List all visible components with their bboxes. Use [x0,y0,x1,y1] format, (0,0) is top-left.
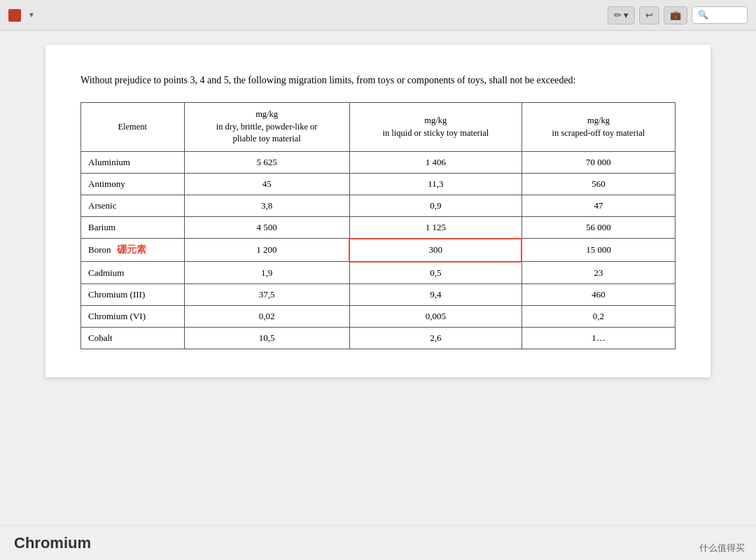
cell-liquid-6: 9,4 [349,284,522,305]
cell-dry-1: 45 [184,173,349,195]
table-header-row: Element mg/kgin dry, brittle, powder-lik… [81,103,676,152]
cell-dry-3: 4 500 [184,216,349,239]
dropdown-icon: ▾ [624,10,629,21]
cell-liquid-3: 1 125 [349,216,522,239]
cell-dry-5: 1,9 [184,262,349,284]
chromium-label: Chromium [14,534,91,552]
cell-dry-6: 37,5 [184,284,349,305]
briefcase-icon: 💼 [670,10,681,21]
watermark: 什么值得买 [699,542,745,554]
cell-element-7: Chromium (VI) [81,305,185,327]
cell-element-1: Antimony [81,173,185,195]
pdf-file-icon [8,9,21,22]
paragraph-text: Without prejudice to points 3, 4 and 5, … [80,75,576,85]
table-row: Chromium (VI)0,020,0050,2 [81,305,676,327]
toolbar-title-area: ▾ [8,9,602,22]
cell-scraped-0: 70 000 [522,151,675,173]
cell-scraped-4: 15 000 [522,239,675,262]
col-header-liquid: mg/kgin liquid or sticky toy material [349,103,522,152]
cell-scraped-7: 0,2 [522,305,675,327]
cell-liquid-5: 0,5 [349,262,522,284]
search-icon: 🔍 [698,10,708,20]
cell-liquid-8: 2,6 [349,327,522,349]
toolbar: ▾ ✏ ▾ ↩ 💼 🔍 [0,0,756,31]
cell-liquid-0: 1 406 [349,151,522,173]
cell-liquid-4: 300 [349,239,522,262]
boron-annotation: 硼元素 [117,244,146,255]
cell-dry-4: 1 200 [184,239,349,262]
content-area: Without prejudice to points 3, 4 and 5, … [0,31,756,560]
table-row: Arsenic3,80,947 [81,195,676,216]
table-row: Antimony4511,3560 [81,173,676,195]
cell-dry-0: 5 625 [184,151,349,173]
cell-scraped-2: 47 [522,195,675,216]
col-header-dry: mg/kgin dry, brittle, powder-like orplia… [184,103,349,152]
cell-dry-8: 10,5 [184,327,349,349]
cell-scraped-8: 1… [522,327,675,349]
cell-liquid-2: 0,9 [349,195,522,216]
table-row: Aluminium5 6251 40670 000 [81,151,676,173]
edit-button[interactable]: ✏ ▾ [608,6,635,24]
table-row: Barium4 5001 12556 000 [81,216,676,239]
dropdown-arrow-icon[interactable]: ▾ [29,10,34,20]
cell-scraped-6: 460 [522,284,675,305]
cell-liquid-1: 11,3 [349,173,522,195]
cell-element-3: Barium [81,216,185,239]
cell-dry-7: 0,02 [184,305,349,327]
col-header-element: Element [81,103,185,152]
cell-liquid-7: 0,005 [349,305,522,327]
cell-element-5: Cadmium [81,262,185,284]
cell-element-8: Cobalt [81,327,185,349]
col-header-scraped: mg/kgin scraped-off toy material [522,103,675,152]
table-row: Cadmium1,90,523 [81,262,676,284]
bottom-bar: Chromium 什么值得买 [0,525,756,560]
undo-button[interactable]: ↩ [639,6,659,24]
paper: Without prejudice to points 3, 4 and 5, … [46,45,710,377]
cell-element-6: Chromium (III) [81,284,185,305]
cell-element-4: Boron硼元素 [81,239,185,262]
cell-scraped-1: 560 [522,173,675,195]
cell-scraped-5: 23 [522,262,675,284]
cell-dry-2: 3,8 [184,195,349,216]
briefcase-button[interactable]: 💼 [664,6,687,24]
undo-icon: ↩ [645,10,653,21]
toolbar-controls: ✏ ▾ ↩ 💼 🔍 [608,6,748,24]
edit-icon: ✏ [614,10,622,21]
cell-scraped-3: 56 000 [522,216,675,239]
migration-limits-table: Element mg/kgin dry, brittle, powder-lik… [80,102,676,349]
table-row: Boron硼元素1 20030015 000 [81,239,676,262]
cell-element-0: Aluminium [81,151,185,173]
cell-element-2: Arsenic [81,195,185,216]
search-box[interactable]: 🔍 [692,6,748,24]
table-row: Cobalt10,52,61… [81,327,676,349]
table-row: Chromium (III)37,59,4460 [81,284,676,305]
paragraph-13: Without prejudice to points 3, 4 and 5, … [80,73,676,88]
